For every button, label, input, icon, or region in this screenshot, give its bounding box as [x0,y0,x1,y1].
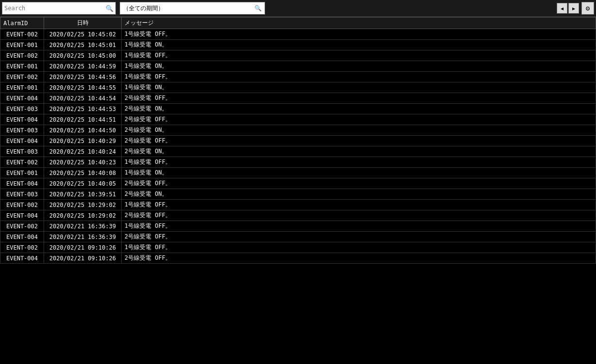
cell-alarm-id: EVENT-003 [0,189,44,200]
prev-button[interactable]: ◀ [557,3,567,14]
cell-datetime: 2020/02/25 10:40:23 [44,157,122,168]
cell-datetime: 2020/02/25 10:45:01 [44,40,122,50]
search-input[interactable] [4,5,105,12]
table-row[interactable]: EVENT-0032020/02/25 10:39:512号線受電 ON。 [0,189,596,200]
cell-alarm-id: EVENT-003 [0,104,44,114]
table-row[interactable]: EVENT-0042020/02/25 10:44:512号線受電 OFF。 [0,114,596,125]
cell-datetime: 2020/02/25 10:39:51 [44,189,122,200]
alarm-table: AlarmID 日時 メッセージ EVENT-0022020/02/25 10:… [0,17,596,264]
cell-message: 1号線受電 OFF。 [122,50,596,61]
search-icon: 🔍 [106,5,113,12]
cell-alarm-id: EVENT-001 [0,82,44,93]
cell-message: 1号線受電 OFF。 [122,29,596,40]
cell-alarm-id: EVENT-004 [0,114,44,125]
cell-datetime: 2020/02/25 10:44:50 [44,125,122,136]
table-row[interactable]: EVENT-0042020/02/25 10:40:292号線受電 OFF。 [0,136,596,146]
cell-message: 2号線受電 ON。 [122,189,596,200]
table-row[interactable]: EVENT-0042020/02/25 10:44:542号線受電 OFF。 [0,93,596,104]
cell-message: 1号線受電 OFF。 [122,200,596,210]
table-row[interactable]: EVENT-0022020/02/25 10:44:561号線受電 OFF。 [0,72,596,82]
table-container: AlarmID 日時 メッセージ EVENT-0022020/02/25 10:… [0,17,596,264]
cell-datetime: 2020/02/25 10:29:02 [44,200,122,210]
date-filter-box[interactable]: （全ての期間） 🔍 [120,2,265,15]
cell-alarm-id: EVENT-001 [0,168,44,178]
cell-message: 1号線受電 OFF。 [122,242,596,253]
table-row[interactable]: EVENT-0022020/02/25 10:29:021号線受電 OFF。 [0,200,596,210]
col-message: メッセージ [122,17,596,29]
cell-datetime: 2020/02/25 10:40:08 [44,168,122,178]
cell-alarm-id: EVENT-003 [0,125,44,136]
table-row[interactable]: EVENT-0012020/02/25 10:45:011号線受電 ON。 [0,40,596,50]
cell-message: 1号線受電 OFF。 [122,72,596,82]
cell-message: 1号線受電 OFF。 [122,157,596,168]
table-row[interactable]: EVENT-0022020/02/21 09:10:261号線受電 OFF。 [0,242,596,253]
cell-datetime: 2020/02/25 10:44:54 [44,93,122,104]
table-row[interactable]: EVENT-0022020/02/21 16:36:391号線受電 OFF。 [0,221,596,232]
cell-datetime: 2020/02/25 10:29:02 [44,210,122,221]
cell-alarm-id: EVENT-004 [0,136,44,146]
cell-datetime: 2020/02/25 10:44:51 [44,114,122,125]
date-filter-label: （全ての期間） [123,4,164,13]
cell-datetime: 2020/02/25 10:40:29 [44,136,122,146]
cell-alarm-id: EVENT-002 [0,72,44,82]
cell-alarm-id: EVENT-004 [0,232,44,242]
cell-message: 1号線受電 OFF。 [122,221,596,232]
cell-alarm-id: EVENT-002 [0,221,44,232]
cell-alarm-id: EVENT-004 [0,253,44,264]
cell-alarm-id: EVENT-002 [0,50,44,61]
cell-datetime: 2020/02/21 16:36:39 [44,232,122,242]
cell-datetime: 2020/02/21 16:36:39 [44,221,122,232]
cell-alarm-id: EVENT-001 [0,40,44,50]
table-row[interactable]: EVENT-0012020/02/25 10:40:081号線受電 ON。 [0,168,596,178]
cell-datetime: 2020/02/25 10:40:24 [44,146,122,157]
cell-message: 2号線受電 OFF。 [122,136,596,146]
table-row[interactable]: EVENT-0022020/02/25 10:45:021号線受電 OFF。 [0,29,596,40]
next-button[interactable]: ▶ [568,3,579,14]
cell-datetime: 2020/02/21 09:10:26 [44,242,122,253]
toolbar: 🔍 （全ての期間） 🔍 ◀ ▶ ⚙ [0,0,596,17]
cell-message: 1号線受電 ON。 [122,40,596,50]
cell-alarm-id: EVENT-002 [0,29,44,40]
cell-message: 2号線受電 OFF。 [122,210,596,221]
cell-datetime: 2020/02/25 10:44:56 [44,72,122,82]
cell-message: 1号線受電 ON。 [122,168,596,178]
settings-button[interactable]: ⚙ [581,2,594,15]
date-filter-search-icon: 🔍 [254,5,262,12]
cell-message: 2号線受電 ON。 [122,104,596,114]
cell-message: 2号線受電 OFF。 [122,114,596,125]
cell-alarm-id: EVENT-002 [0,242,44,253]
table-row[interactable]: EVENT-0042020/02/25 10:40:052号線受電 OFF。 [0,178,596,189]
col-alarm-id: AlarmID [0,17,44,29]
cell-datetime: 2020/02/25 10:40:05 [44,178,122,189]
table-row[interactable]: EVENT-0032020/02/25 10:44:532号線受電 ON。 [0,104,596,114]
table-row[interactable]: EVENT-0022020/02/25 10:40:231号線受電 OFF。 [0,157,596,168]
cell-alarm-id: EVENT-002 [0,200,44,210]
table-row[interactable]: EVENT-0042020/02/21 16:36:392号線受電 OFF。 [0,232,596,242]
cell-datetime: 2020/02/25 10:45:02 [44,29,122,40]
table-body: EVENT-0022020/02/25 10:45:021号線受電 OFF。EV… [0,29,596,264]
cell-alarm-id: EVENT-001 [0,61,44,72]
cell-message: 2号線受電 OFF。 [122,93,596,104]
cell-message: 1号線受電 ON。 [122,82,596,93]
table-row[interactable]: EVENT-0012020/02/25 10:44:591号線受電 ON。 [0,61,596,72]
table-header-row: AlarmID 日時 メッセージ [0,17,596,29]
table-row[interactable]: EVENT-0042020/02/25 10:29:022号線受電 OFF。 [0,210,596,221]
cell-datetime: 2020/02/21 09:10:26 [44,253,122,264]
cell-message: 2号線受電 OFF。 [122,232,596,242]
cell-datetime: 2020/02/25 10:44:59 [44,61,122,72]
cell-alarm-id: EVENT-004 [0,210,44,221]
cell-datetime: 2020/02/25 10:44:55 [44,82,122,93]
table-row[interactable]: EVENT-0042020/02/21 09:10:262号線受電 OFF。 [0,253,596,264]
cell-alarm-id: EVENT-004 [0,93,44,104]
cell-message: 2号線受電 OFF。 [122,178,596,189]
cell-datetime: 2020/02/25 10:45:00 [44,50,122,61]
table-row[interactable]: EVENT-0032020/02/25 10:44:502号線受電 ON。 [0,125,596,136]
table-row[interactable]: EVENT-0032020/02/25 10:40:242号線受電 ON。 [0,146,596,157]
table-row[interactable]: EVENT-0012020/02/25 10:44:551号線受電 ON。 [0,82,596,93]
table-row[interactable]: EVENT-0022020/02/25 10:45:001号線受電 OFF。 [0,50,596,61]
cell-alarm-id: EVENT-004 [0,178,44,189]
cell-datetime: 2020/02/25 10:44:53 [44,104,122,114]
cell-message: 1号線受電 ON。 [122,61,596,72]
cell-alarm-id: EVENT-003 [0,146,44,157]
search-box[interactable]: 🔍 [2,2,116,15]
